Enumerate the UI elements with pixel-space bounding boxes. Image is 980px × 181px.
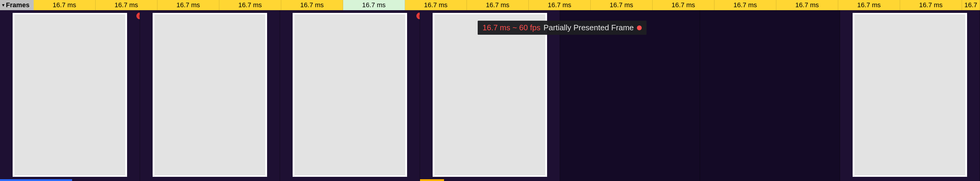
partial-frame-dot-icon: [637, 25, 642, 30]
frame-cell[interactable]: 16.7: [962, 0, 980, 10]
page-thumbnail: [293, 13, 407, 177]
frames-body-row[interactable]: s s 16.7 ms ~ 60 fps Partially Presented…: [0, 10, 980, 181]
frame-time: 16.7 ms: [424, 1, 447, 9]
tooltip-state: Partially Presented Frame: [544, 23, 634, 32]
frame-screenshot[interactable]: s: [0, 10, 140, 181]
frame-time: 16.7 ms: [238, 1, 262, 9]
frame-cell[interactable]: 16.7 ms: [33, 0, 95, 10]
frame-time: 16.7 ms: [486, 1, 509, 9]
frame-time: 16.7 ms: [300, 1, 324, 9]
frame-time: 16.7 ms: [733, 1, 757, 9]
frame-cell[interactable]: 16.7 ms: [714, 0, 776, 10]
frame-cell[interactable]: 16.7 ms: [158, 0, 219, 10]
frame-cell[interactable]: 16.7 ms: [591, 0, 652, 10]
frame-time: 16.7 ms: [609, 1, 633, 9]
frame-cell[interactable]: 16.7 ms: [405, 0, 467, 10]
layout-shift-marker-icon[interactable]: s: [137, 13, 140, 19]
frames-header-row: ▼ Frames 16.7 ms 16.7 ms 16.7 ms 16.7 ms…: [0, 0, 980, 10]
frame-time: 16.7 ms: [671, 1, 695, 9]
frame-cell[interactable]: 16.7 ms: [219, 0, 281, 10]
frame-time: 16.7 ms: [52, 1, 76, 9]
frame-cell[interactable]: 16.7 ms: [776, 0, 838, 10]
frame-time: 16.7 ms: [857, 1, 881, 9]
frame-time: 16.7 ms: [362, 1, 385, 9]
frame-cell[interactable]: 16.7 ms: [529, 0, 591, 10]
task-bar: [420, 179, 444, 181]
frame-cell[interactable]: 16.7 ms: [281, 0, 343, 10]
page-thumbnail: [853, 13, 967, 177]
frame-screenshot[interactable]: [700, 10, 840, 181]
timeline-panel: ▼ Frames 16.7 ms 16.7 ms 16.7 ms 16.7 ms…: [0, 0, 980, 181]
frame-cell[interactable]: 16.7 ms: [900, 0, 962, 10]
frame-time: 16.7 ms: [548, 1, 571, 9]
frame-time-truncated: 16.7: [964, 1, 977, 9]
task-bar: [0, 179, 72, 181]
frame-screenshot[interactable]: [840, 10, 980, 181]
frame-cell[interactable]: 16.7 ms: [95, 0, 158, 10]
page-thumbnail: [153, 13, 267, 177]
tooltip-rate: 16.7 ms ~ 60 fps: [482, 23, 541, 32]
frame-time: 16.7 ms: [795, 1, 819, 9]
frames-track-toggle[interactable]: ▼ Frames: [0, 0, 33, 10]
frame-tooltip: 16.7 ms ~ 60 fps Partially Presented Fra…: [478, 20, 646, 35]
frame-cell[interactable]: 16.7 ms: [838, 0, 900, 10]
frame-screenshot[interactable]: [140, 10, 280, 181]
frame-screenshot[interactable]: [560, 10, 700, 181]
frame-cell[interactable]: 16.7 ms: [343, 0, 405, 10]
layout-shift-marker-icon[interactable]: s: [417, 13, 420, 19]
collapse-triangle-icon: ▼: [1, 3, 5, 8]
page-thumbnail: [433, 13, 547, 177]
frame-screenshot[interactable]: [420, 10, 560, 181]
frame-time: 16.7 ms: [177, 1, 200, 9]
page-thumbnail: [13, 13, 127, 177]
frame-cell[interactable]: 16.7 ms: [652, 0, 714, 10]
frame-screenshot[interactable]: s: [280, 10, 420, 181]
frame-time: 16.7 ms: [115, 1, 138, 9]
frame-time: 16.7 ms: [919, 1, 942, 9]
frame-cell[interactable]: 16.7 ms: [467, 0, 529, 10]
frames-track-label: Frames: [6, 1, 29, 9]
